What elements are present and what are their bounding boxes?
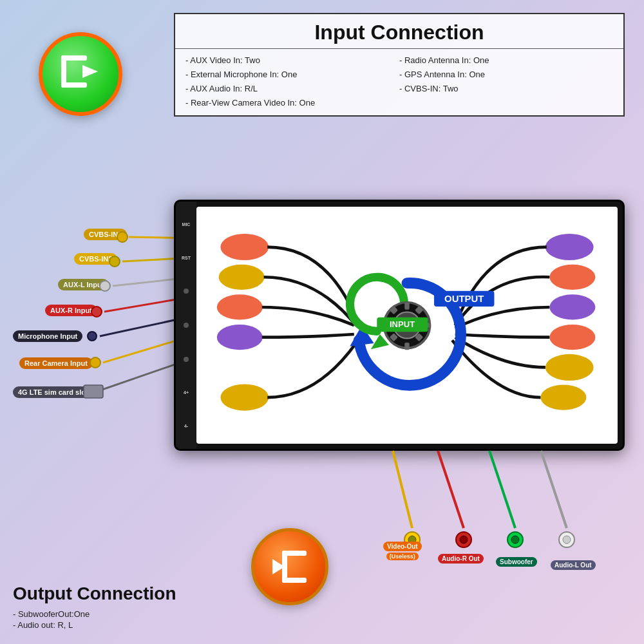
svg-rect-35 (404, 302, 409, 309)
cvbs1-text: CVBS-IN1 (84, 229, 127, 240)
svg-point-29 (540, 384, 586, 410)
screen-diagram-svg: OUTPUT INPUT (196, 207, 618, 444)
input-icon-symbol (58, 52, 103, 96)
sim-text: 4G LTE sim card slot (13, 386, 93, 398)
btn-vol-down: 4- (184, 424, 188, 428)
svg-rect-36 (404, 343, 409, 350)
video-out-useless: (Useless) (386, 553, 419, 560)
btn-vol-up: 4+ (184, 390, 189, 395)
rear-cam-text: Rear Camera Input (19, 357, 93, 369)
svg-rect-2 (61, 82, 87, 88)
input-item-cvbs: - CVBS-IN: Two (399, 82, 613, 95)
subwoofer-label: Subwoofer (496, 557, 537, 567)
svg-line-56 (541, 451, 567, 528)
output-icon-circle (251, 528, 328, 605)
audio-r-label-container: Audio-R Out (438, 552, 484, 564)
input-item-radio: - Radio Antenna In: One (399, 54, 613, 66)
svg-point-52 (460, 536, 468, 544)
svg-point-58 (563, 536, 571, 544)
aux-r-text: AUX-R Input (45, 305, 97, 316)
svg-point-22 (217, 325, 263, 350)
input-item-1: - AUX Video In: Two (185, 54, 399, 66)
video-out-label: Video-Out (383, 542, 422, 551)
btn-rst: RST (182, 256, 191, 260)
aux-l-text: AUX-L Input (58, 279, 109, 290)
svg-line-47 (393, 451, 412, 528)
svg-point-54 (507, 532, 523, 547)
output-item-2: - Audio out: R, L (13, 620, 193, 630)
audio-l-label-container: Audio-L Out (551, 558, 596, 570)
svg-point-20 (219, 265, 265, 290)
audio-l-out-label: Audio-L Out (551, 560, 596, 570)
input-icon-circle (39, 32, 122, 116)
svg-marker-3 (82, 65, 98, 78)
video-out-label-container: Video-Out (Useless) (383, 542, 422, 560)
svg-line-50 (438, 451, 464, 528)
input-connection-title: Input Connection (175, 14, 623, 48)
svg-point-27 (549, 325, 595, 350)
svg-point-57 (559, 532, 574, 547)
output-connection-box: Output Connection - SubwooferOut:One - A… (13, 583, 193, 631)
input-item-2: - External Microphone In: One (185, 68, 399, 80)
svg-point-19 (220, 234, 269, 260)
subwoofer-label-container: Subwoofer (496, 555, 537, 567)
mic-text: Microphone Input (13, 330, 82, 342)
btn-back[interactable] (184, 357, 189, 362)
svg-point-25 (549, 265, 595, 290)
output-item-1: - SubwooferOut:One (13, 609, 193, 619)
audio-r-out-label: Audio-R Out (438, 554, 484, 564)
cvbs2-text: CVBS-IN2 (74, 253, 117, 265)
input-item-gps: - GPS Antenna In: One (399, 68, 613, 80)
output-icon-symbol (269, 547, 311, 586)
btn-mic: MIC (182, 222, 191, 227)
svg-line-53 (489, 451, 515, 528)
svg-rect-60 (282, 551, 307, 556)
svg-text:INPUT: INPUT (390, 319, 415, 329)
svg-rect-61 (282, 578, 307, 583)
svg-rect-1 (61, 55, 87, 61)
btn-home[interactable] (184, 323, 189, 328)
svg-point-21 (217, 294, 263, 319)
stereo-screen: OUTPUT INPUT (196, 207, 618, 444)
svg-text:OUTPUT: OUTPUT (444, 293, 484, 304)
input-item-4: - Rear-View Camera Video In: One (185, 97, 399, 109)
svg-point-28 (545, 354, 594, 381)
svg-point-51 (456, 532, 471, 547)
input-item-3: - AUX Audio In: R/L (185, 82, 399, 95)
svg-point-26 (549, 294, 595, 319)
svg-point-24 (545, 234, 594, 260)
svg-point-55 (511, 536, 519, 544)
input-connection-grid: - AUX Video In: Two - Radio Antenna In: … (175, 48, 623, 115)
output-connection-title: Output Connection (13, 583, 193, 604)
svg-point-13 (88, 332, 97, 341)
input-connection-box: Input Connection - AUX Video In: Two - R… (174, 13, 625, 117)
stereo-unit: MIC RST 4+ 4- (174, 200, 625, 451)
svg-point-23 (220, 384, 269, 411)
input-item-empty (399, 97, 613, 109)
btn-power[interactable] (184, 289, 189, 294)
stereo-left-buttons: MIC RST 4+ 4- (176, 202, 196, 449)
